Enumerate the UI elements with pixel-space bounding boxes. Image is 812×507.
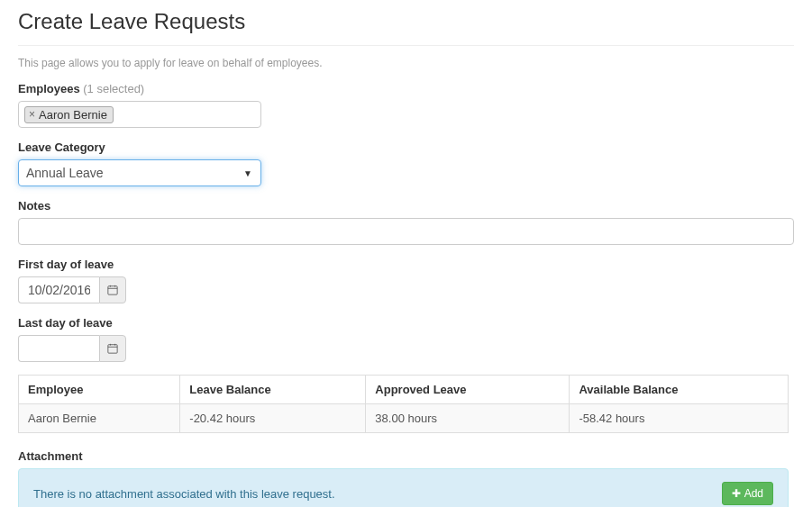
- notes-group: Notes: [18, 199, 794, 245]
- last-day-calendar-button[interactable]: [99, 335, 126, 362]
- attachment-box: There is no attachment associated with t…: [18, 468, 789, 507]
- employees-input[interactable]: × Aaron Bernie: [18, 101, 261, 128]
- employee-tag[interactable]: × Aaron Bernie: [24, 106, 114, 123]
- page-title: Create Leave Requests: [18, 9, 794, 34]
- svg-rect-0: [108, 286, 117, 294]
- last-day-group: Last day of leave: [18, 316, 794, 362]
- add-attachment-button[interactable]: ✚ Add: [722, 482, 773, 505]
- table-row: Aaron Bernie -20.42 hours 38.00 hours -5…: [19, 404, 789, 433]
- add-label: Add: [744, 487, 763, 500]
- th-leave-balance: Leave Balance: [180, 376, 366, 404]
- first-day-group: First day of leave: [18, 258, 794, 303]
- notes-input[interactable]: [18, 218, 794, 245]
- th-approved-leave: Approved Leave: [366, 376, 570, 404]
- leave-category-group: Leave Category Annual Leave ▼: [18, 140, 794, 186]
- notes-label: Notes: [18, 199, 794, 213]
- svg-rect-4: [108, 345, 117, 353]
- first-day-input[interactable]: [18, 276, 99, 303]
- last-day-input[interactable]: [18, 335, 99, 362]
- balance-table: Employee Leave Balance Approved Leave Av…: [18, 375, 789, 433]
- attachment-empty-message: There is no attachment associated with t…: [33, 487, 335, 501]
- plus-icon: ✚: [732, 487, 741, 500]
- employees-label: Employees (1 selected): [18, 82, 794, 95]
- employees-label-text: Employees: [18, 82, 80, 95]
- calendar-icon: [107, 343, 118, 354]
- first-day-label: First day of leave: [18, 258, 794, 271]
- employees-group: Employees (1 selected) × Aaron Bernie: [18, 82, 794, 128]
- cell-approved-leave: 38.00 hours: [366, 404, 570, 433]
- remove-tag-icon[interactable]: ×: [29, 108, 35, 121]
- cell-employee: Aaron Bernie: [19, 404, 180, 433]
- page-description: This page allows you to apply for leave …: [18, 57, 794, 69]
- first-day-calendar-button[interactable]: [99, 276, 126, 303]
- cell-available-balance: -58.42 hours: [570, 404, 789, 433]
- attachment-label: Attachment: [18, 449, 794, 463]
- last-day-label: Last day of leave: [18, 316, 794, 330]
- employees-count: (1 selected): [83, 82, 144, 95]
- employee-tag-name: Aaron Bernie: [39, 108, 107, 122]
- cell-leave-balance: -20.42 hours: [180, 404, 366, 433]
- calendar-icon: [107, 285, 118, 295]
- leave-category-label: Leave Category: [18, 140, 794, 154]
- divider: [18, 45, 794, 46]
- attachment-group: Attachment There is no attachment associ…: [18, 449, 794, 507]
- leave-category-select[interactable]: Annual Leave: [18, 159, 261, 186]
- th-available-balance: Available Balance: [570, 376, 789, 404]
- th-employee: Employee: [19, 376, 180, 404]
